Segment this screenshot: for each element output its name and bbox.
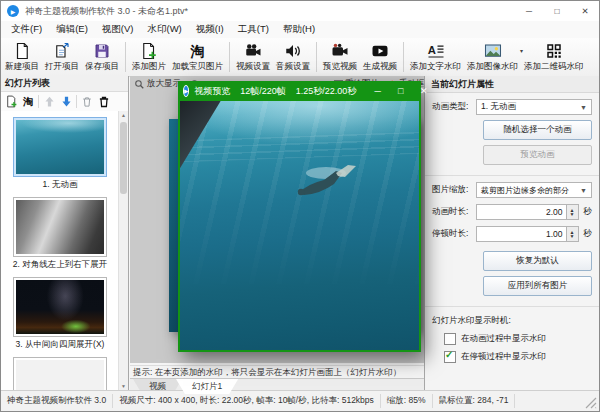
menu-help[interactable]: 帮助(H) bbox=[276, 23, 322, 36]
window-controls: ─ □ ✕ bbox=[515, 1, 599, 21]
taobao-icon[interactable]: 淘 bbox=[21, 95, 35, 109]
audio-settings-button[interactable]: 音频设置 bbox=[273, 39, 313, 76]
checkbox-icon[interactable] bbox=[444, 351, 456, 363]
watermark-during-pause-option[interactable]: 在停顿过程中显示水印 bbox=[444, 351, 592, 363]
pause-duration-input[interactable]: 1.00 bbox=[476, 226, 567, 242]
video-settings-icon bbox=[243, 42, 263, 60]
toolbar-label: 保存项目 bbox=[85, 61, 119, 73]
load-taobao-images-button[interactable]: 淘 加载宝贝图片 bbox=[169, 39, 226, 76]
preview-minimize-button[interactable]: ─ bbox=[366, 81, 389, 101]
titlebar: ▶ 神奇主题视频制作软件 3.0 - 未命名1.ptv* ─ □ ✕ bbox=[1, 1, 599, 22]
add-slide-button[interactable] bbox=[4, 95, 18, 109]
slide-label: 2. 对角线左上到右下展开 bbox=[5, 259, 115, 271]
menu-view[interactable]: 视图(V) bbox=[95, 23, 141, 36]
maximize-button[interactable]: □ bbox=[543, 1, 571, 21]
toolbar-separator bbox=[316, 42, 317, 72]
toolbar-label: 添加文字水印 bbox=[410, 61, 461, 73]
slide-item-1[interactable]: 1. 无动画 bbox=[5, 117, 115, 191]
spinner-arrows-icon[interactable]: ▲▼ bbox=[567, 204, 579, 220]
preview-maximize-button[interactable]: □ bbox=[389, 81, 412, 101]
divider bbox=[425, 306, 599, 307]
text-watermark-icon: A bbox=[426, 42, 446, 60]
slide-thumbnail-cliff bbox=[16, 200, 104, 254]
move-down-button[interactable] bbox=[59, 95, 73, 109]
delete-all-button[interactable] bbox=[97, 95, 111, 109]
status-zoom: 缩放: 85% bbox=[381, 394, 433, 408]
minimize-button[interactable]: ─ bbox=[515, 1, 543, 21]
save-project-button[interactable]: 保存项目 bbox=[82, 39, 122, 76]
anim-duration-input[interactable]: 2.00 bbox=[476, 204, 567, 220]
save-project-icon bbox=[92, 42, 112, 60]
open-project-button[interactable]: 打开项目 bbox=[42, 39, 82, 76]
open-project-icon bbox=[52, 42, 72, 60]
toolbar-label: 预览视频 bbox=[323, 61, 357, 73]
tab-slide-1[interactable]: 幻灯片1 bbox=[176, 379, 238, 394]
status-app-name: 神奇主题视频制作软件 3.0 bbox=[1, 394, 113, 408]
toolbar-separator bbox=[229, 42, 230, 72]
scroll-up-icon[interactable]: ▲ bbox=[119, 111, 128, 120]
move-down-icon bbox=[60, 95, 73, 108]
add-text-watermark-button[interactable]: A 添加文字水印 bbox=[407, 39, 464, 76]
toolbar-label: 添加图像水印 bbox=[467, 61, 518, 73]
preview-close-button[interactable]: ✕ bbox=[412, 81, 435, 101]
add-image-icon bbox=[139, 42, 159, 60]
menu-file[interactable]: 文件(F) bbox=[4, 23, 49, 36]
add-image-button[interactable]: 添加图片 bbox=[129, 39, 169, 76]
image-scale-value: 裁剪图片边缘多余的部分 bbox=[481, 185, 569, 196]
properties-header: 当前幻灯片属性 bbox=[425, 76, 599, 93]
watermark-during-animation-option[interactable]: 在动画过程中显示水印 bbox=[444, 333, 592, 345]
image-scale-label: 图片缩放: bbox=[432, 184, 476, 196]
app-window: ▶ 神奇主题视频制作软件 3.0 - 未命名1.ptv* ─ □ ✕ 文件(F)… bbox=[0, 0, 600, 412]
hint-bar: 提示: 在本页添加的水印，将只会显示在本幻灯片画面上（幻灯片水印） bbox=[130, 365, 424, 379]
scrollbar-thumb[interactable] bbox=[120, 122, 127, 194]
generate-video-icon bbox=[370, 42, 390, 60]
menu-watermark[interactable]: 水印(W) bbox=[140, 23, 188, 36]
anim-type-select[interactable]: 1. 无动画 ▼ bbox=[476, 99, 592, 115]
zoom-in-display-button[interactable]: 放大显示 bbox=[134, 78, 181, 90]
image-scale-select[interactable]: 裁剪图片边缘多余的部分 ▼ bbox=[476, 182, 592, 198]
spinner-arrows-icon[interactable]: ▲▼ bbox=[567, 226, 579, 242]
slide-item-2[interactable]: 2. 对角线左上到右下展开 bbox=[5, 197, 115, 271]
apply-to-all-button[interactable]: 应用到所有图片 bbox=[483, 276, 592, 296]
status-mouse-position: 鼠标位置: 284, -71 bbox=[433, 394, 516, 408]
toolbar-label: 音频设置 bbox=[276, 61, 310, 73]
slide-item-4-partial[interactable] bbox=[5, 357, 115, 391]
watermark-option-label: 在停顿过程中显示水印 bbox=[461, 351, 546, 363]
swimmer-silhouette bbox=[292, 161, 372, 203]
slide-list-scrollbar[interactable]: ▲ ▼ bbox=[118, 111, 128, 391]
recycle-icon bbox=[81, 96, 93, 108]
random-animation-button[interactable]: 随机选择一个动画 bbox=[483, 120, 592, 140]
toolbar-label: 添加图片 bbox=[132, 61, 166, 73]
divider bbox=[425, 175, 599, 176]
resize-grip-icon[interactable] bbox=[585, 397, 597, 409]
restore-default-button[interactable]: 恢复为默认 bbox=[483, 251, 592, 271]
pause-duration-label: 停顿时长: bbox=[432, 228, 476, 240]
menu-edit[interactable]: 编辑(E) bbox=[49, 23, 95, 36]
toolbar-separator bbox=[403, 42, 404, 72]
slide-list: 1. 无动画 2. 对角线左上到右下展开 3. 从中间向四周展开(X) bbox=[1, 111, 119, 391]
preview-titlebar[interactable]: ▶ 视频预览 12帧/220帧 1.25秒/22.00秒 ─ □ ✕ bbox=[178, 81, 421, 101]
slide-item-3[interactable]: 3. 从中间向四周展开(X) bbox=[5, 277, 115, 351]
add-image-watermark-button[interactable]: ▾ 添加图像水印 bbox=[464, 39, 521, 76]
recycle-button[interactable] bbox=[80, 95, 94, 109]
slide-list-header: 幻灯片列表 bbox=[1, 76, 128, 92]
generate-video-button[interactable]: 生成视频 bbox=[360, 39, 400, 76]
toolbar-label: 生成视频 bbox=[363, 61, 397, 73]
video-settings-button[interactable]: 视频设置 bbox=[233, 39, 273, 76]
move-up-icon bbox=[43, 95, 56, 108]
checkbox-icon[interactable] bbox=[444, 333, 456, 345]
new-project-button[interactable]: 新建项目 bbox=[2, 39, 42, 76]
add-qrcode-watermark-button[interactable]: 添加二维码水印 bbox=[521, 39, 587, 76]
close-button[interactable]: ✕ bbox=[571, 1, 599, 21]
preview-animation-button[interactable]: 预览动画 bbox=[483, 145, 592, 165]
move-up-button[interactable] bbox=[42, 95, 56, 109]
slide-thumbnail-night bbox=[16, 280, 104, 334]
status-video-info: 视频尺寸: 400 x 400, 时长: 22.00秒, 帧率: 10帧/秒, … bbox=[113, 394, 381, 408]
app-logo-icon: ▶ bbox=[7, 5, 19, 17]
preview-frame-counter: 12帧/220帧 bbox=[240, 85, 286, 98]
anim-type-label: 动画类型: bbox=[432, 101, 476, 113]
preview-video-button[interactable]: 预览视频 bbox=[320, 39, 360, 76]
menu-tools[interactable]: 工具(T) bbox=[231, 23, 276, 36]
video-preview-window: ▶ 视频预览 12帧/220帧 1.25秒/22.00秒 ─ □ ✕ bbox=[178, 81, 421, 352]
menu-video[interactable]: 视频(I) bbox=[189, 23, 231, 36]
